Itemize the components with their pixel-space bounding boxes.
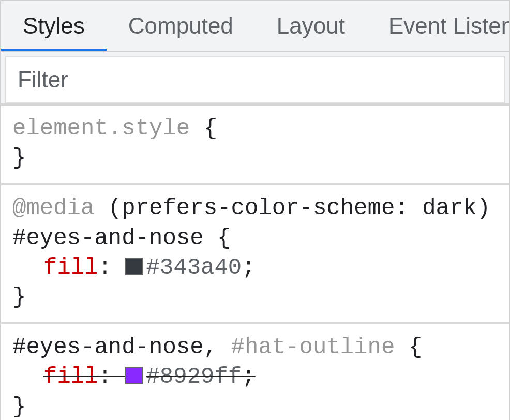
tab-label: Styles [23,13,85,39]
semicolon: ; [242,364,255,389]
style-rule[interactable]: @media (prefers-color-scheme: dark) #eye… [1,185,509,324]
brace-close: } [12,394,26,419]
selector-separator: , [204,334,231,360]
semicolon: ; [242,254,255,280]
tab-layout[interactable]: Layout [255,1,367,51]
rule-selector-line: element.style { [12,114,498,143]
tab-computed[interactable]: Computed [107,1,255,51]
tab-styles[interactable]: Styles [1,1,107,51]
overridden-declaration: fill: #8929ff; [43,364,256,389]
colon: : [98,364,112,389]
media-line: @media (prefers-color-scheme: dark) [12,193,498,223]
brace-open: { [204,115,217,141]
tab-label: Layout [277,13,345,39]
tab-label: Computed [128,13,233,39]
rule-selector-part[interactable]: #hat-outline [231,334,395,360]
rule-close-line: } [12,392,498,421]
property-name[interactable]: fill [43,364,98,389]
tab-bar: Styles Computed Layout Event Listeners [1,1,509,52]
brace-close: } [12,145,26,171]
tab-label: Event Listeners [388,13,509,39]
styles-panel: Styles Computed Layout Event Listeners e… [0,0,510,420]
rule-close-line: } [12,282,498,312]
rule-selector-part[interactable]: #eyes-and-nose [12,334,204,360]
colon: : [98,254,112,280]
rule-selector-line: #eyes-and-nose { [12,223,498,253]
style-rules: element.style { } @media (prefers-color-… [1,106,509,420]
property-value[interactable]: #8929ff [146,364,242,389]
tab-event-listeners[interactable]: Event Listeners [367,1,509,51]
rule-selector[interactable]: element.style [12,115,190,141]
declaration[interactable]: fill: #8929ff; [12,362,498,392]
brace-open: { [217,225,231,251]
rule-close-line: } [12,143,498,173]
brace-open: { [409,334,422,360]
media-at: @media [12,195,94,221]
declaration[interactable]: fill: #343a40; [12,253,498,282]
style-rule[interactable]: element.style { } [1,106,509,185]
color-swatch[interactable] [125,258,143,275]
filter-input[interactable] [5,56,505,103]
style-rule[interactable]: #eyes-and-nose, #hat-outline { fill: #89… [1,324,509,420]
color-swatch[interactable] [125,367,143,384]
rule-selector-line: #eyes-and-nose, #hat-outline { [12,333,498,362]
rule-selector[interactable]: #eyes-and-nose [12,225,204,251]
filter-bar [1,52,509,106]
media-query: (prefers-color-scheme: dark) [108,195,490,221]
property-name[interactable]: fill [43,254,98,280]
property-value[interactable]: #343a40 [146,254,242,280]
brace-close: } [12,284,26,310]
